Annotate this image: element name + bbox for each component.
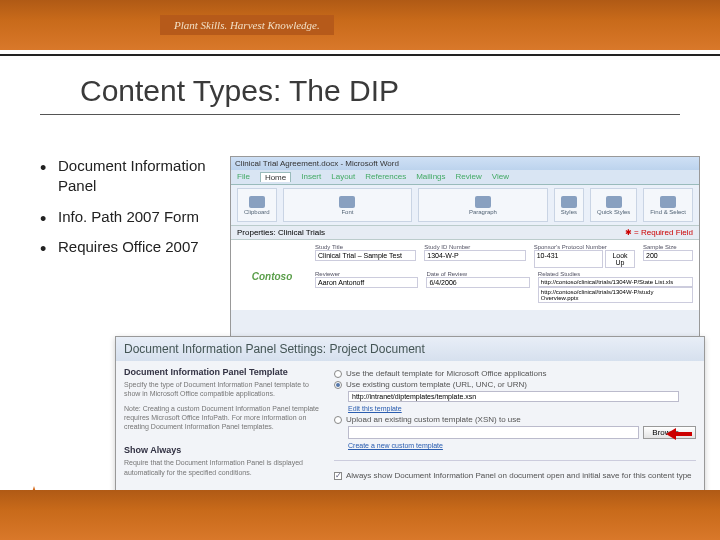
dip-form: Study TitleClinical Trial – Sample Test … [231, 240, 699, 310]
show-always-checkbox[interactable]: Always show Document Information Panel o… [334, 471, 696, 480]
radio-icon [334, 381, 342, 389]
bullet-item: Info. Path 2007 Form [40, 207, 230, 237]
styles-icon [561, 196, 577, 208]
tab[interactable]: Insert [301, 172, 321, 182]
ribbon-group[interactable]: Quick Styles [590, 188, 637, 222]
bullet-item: Document Information Panel [40, 156, 230, 207]
radio-icon [334, 416, 342, 424]
clipboard-icon [249, 196, 265, 208]
word-screenshot: Clinical Trial Agreement.docx - Microsof… [230, 156, 700, 346]
properties-bar: Properties: Clinical Trials ✱ = Required… [231, 225, 699, 240]
tab[interactable]: View [492, 172, 509, 182]
header-bar: Plant Skills. Harvest Knowledge. [0, 0, 720, 50]
slide-title: Content Types: The DIP [40, 56, 680, 115]
field-value[interactable]: http://contoso/clinical/trials/1304W-P/s… [538, 287, 693, 303]
ribbon-group[interactable]: Clipboard [237, 188, 277, 222]
tab[interactable]: File [237, 172, 250, 182]
field-value[interactable]: http://contoso/clinical/trials/1304W-P/S… [538, 277, 693, 287]
slide-body: Content Types: The DIP Document Informat… [0, 56, 720, 540]
paragraph-icon [475, 196, 491, 208]
properties-label: Properties: Clinical Trials [237, 228, 325, 237]
lookup-button[interactable]: Look Up [605, 250, 635, 268]
tagline: Plant Skills. Harvest Knowledge. [160, 15, 334, 35]
checkbox-icon [334, 472, 342, 480]
edit-template-link[interactable]: Edit this template [348, 405, 402, 412]
section-note: Note: Creating a custom Document Informa… [124, 404, 324, 431]
ribbon-group[interactable]: Paragraph [418, 188, 547, 222]
option-existing[interactable]: Use existing custom template (URL, UNC, … [334, 380, 696, 389]
tab[interactable]: References [365, 172, 406, 182]
tab[interactable]: Layout [331, 172, 355, 182]
radio-icon [334, 370, 342, 378]
upload-path-input[interactable] [348, 426, 639, 439]
field-value[interactable]: 10-431 [534, 250, 603, 268]
section-title: Document Information Panel Template [124, 367, 324, 377]
ribbon-group[interactable]: Find & Select [643, 188, 693, 222]
footer-bar [0, 490, 720, 540]
ribbon: Clipboard Font Paragraph Styles Quick St… [231, 185, 699, 225]
word-window-title: Clinical Trial Agreement.docx - Microsof… [231, 157, 699, 170]
required-label: ✱ = Required Field [625, 228, 693, 237]
field-value[interactable]: Clinical Trial – Sample Test [315, 250, 416, 261]
contoso-logo: Contoso [252, 271, 293, 282]
option-upload[interactable]: Upload an existing custom template (XSN)… [334, 415, 696, 424]
template-url-input[interactable]: http://intranet/diptemplates/template.xs… [348, 391, 679, 402]
tab[interactable]: Review [456, 172, 482, 182]
ribbon-group[interactable]: Font [283, 188, 412, 222]
tab[interactable]: Mailings [416, 172, 445, 182]
field-value[interactable]: 1304-W-P [424, 250, 525, 261]
font-icon [339, 196, 355, 208]
section-desc: Specify the type of Document Information… [124, 380, 324, 398]
create-template-link[interactable]: Create a new custom template [348, 442, 443, 449]
dialog-header: Document Information Panel Settings: Pro… [116, 337, 704, 361]
find-icon [660, 196, 676, 208]
section-title: Show Always [124, 445, 324, 455]
field-value[interactable]: 6/4/2006 [426, 277, 529, 288]
bullet-item: Requires Office 2007 [40, 237, 230, 267]
tab-home[interactable]: Home [260, 172, 291, 182]
bullet-list: Document Information Panel Info. Path 20… [40, 156, 230, 267]
section-desc: Require that the Document Information Pa… [124, 458, 324, 476]
field-value[interactable]: Aaron Antonoff [315, 277, 418, 288]
ribbon-group[interactable]: Styles [554, 188, 584, 222]
ribbon-tabs: File Home Insert Layout References Maili… [231, 170, 699, 185]
quick-styles-icon [606, 196, 622, 208]
field-value[interactable]: 200 [643, 250, 693, 261]
callout-arrow-icon [666, 429, 698, 439]
option-default[interactable]: Use the default template for Microsoft O… [334, 369, 696, 378]
